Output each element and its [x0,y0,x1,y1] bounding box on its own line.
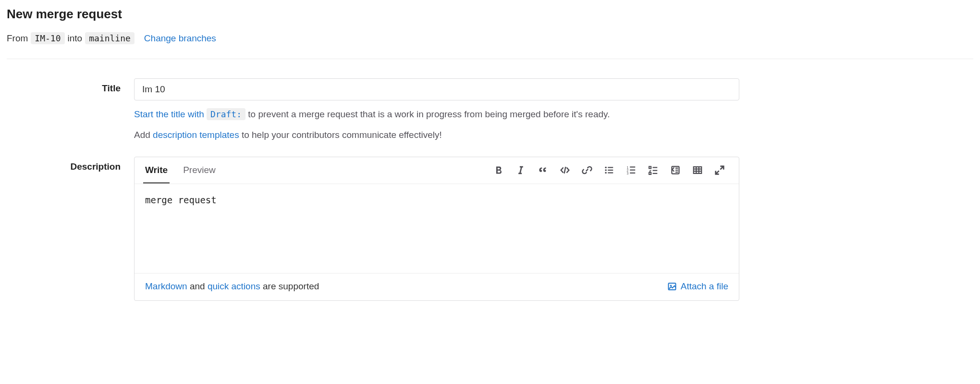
svg-rect-11 [630,173,635,173]
quote-icon[interactable] [532,160,553,181]
link-icon[interactable] [576,160,598,181]
svg-rect-4 [608,170,613,171]
editor-footer: Markdown and quick actions are supported… [135,273,739,300]
markdown-support-text: Markdown and quick actions are supported [145,281,319,292]
divider [7,59,973,59]
svg-rect-5 [608,173,613,173]
svg-rect-10 [630,170,635,171]
markdown-link[interactable]: Markdown [145,281,187,291]
svg-text:3: 3 [626,172,628,175]
numbered-list-icon[interactable]: 123 [621,160,642,181]
description-textarea[interactable] [135,184,739,271]
attach-file-button[interactable]: Attach a file [667,281,728,292]
change-branches-link[interactable]: Change branches [144,33,216,44]
draft-code: Draft: [207,108,245,120]
from-label: From [7,33,28,44]
source-branch-chip: IM-10 [31,32,64,44]
tab-preview[interactable]: Preview [181,157,218,184]
svg-rect-9 [630,167,635,168]
svg-point-0 [605,167,607,169]
svg-point-1 [605,170,607,172]
title-row: Title Start the title with Draft: to pre… [7,78,973,142]
editor-header: Write Preview [135,157,739,184]
fullscreen-icon[interactable] [709,160,730,181]
svg-rect-21 [694,167,702,174]
quick-actions-link[interactable]: quick actions [208,281,260,291]
svg-rect-12 [649,167,651,169]
target-branch-chip: mainline [85,32,135,44]
editor-toolbar: 123 [488,160,730,181]
title-hint-draft: Start the title with Draft: to prevent a… [134,107,739,121]
draft-hint-link[interactable]: Start the title with Draft: [134,108,248,120]
description-label: Description [7,157,134,301]
svg-rect-13 [649,173,651,174]
title-label: Title [7,78,134,142]
draft-hint-suffix: to prevent a merge request that is a wor… [248,109,610,119]
title-input[interactable] [134,78,739,100]
description-editor: Write Preview [134,157,739,301]
task-list-icon[interactable] [643,160,664,181]
code-icon[interactable] [554,160,576,181]
branch-info: From IM-10 into mainline Change branches [7,32,973,44]
svg-point-27 [670,285,672,286]
image-icon [667,282,677,291]
italic-icon[interactable] [510,160,531,181]
description-templates-link[interactable]: description templates [153,130,239,140]
bullet-list-icon[interactable] [599,160,620,181]
svg-rect-3 [608,167,613,168]
editor-tabs: Write Preview [143,157,218,184]
svg-point-2 [605,172,607,174]
page-title: New merge request [7,7,973,22]
title-hint-templates: Add description templates to help your c… [134,128,739,142]
bold-icon[interactable] [488,160,509,181]
table-icon[interactable] [687,160,708,181]
description-row: Description Write Preview [7,157,973,301]
collapse-icon[interactable] [665,160,686,181]
into-label: into [68,33,83,44]
tab-write[interactable]: Write [143,157,170,184]
